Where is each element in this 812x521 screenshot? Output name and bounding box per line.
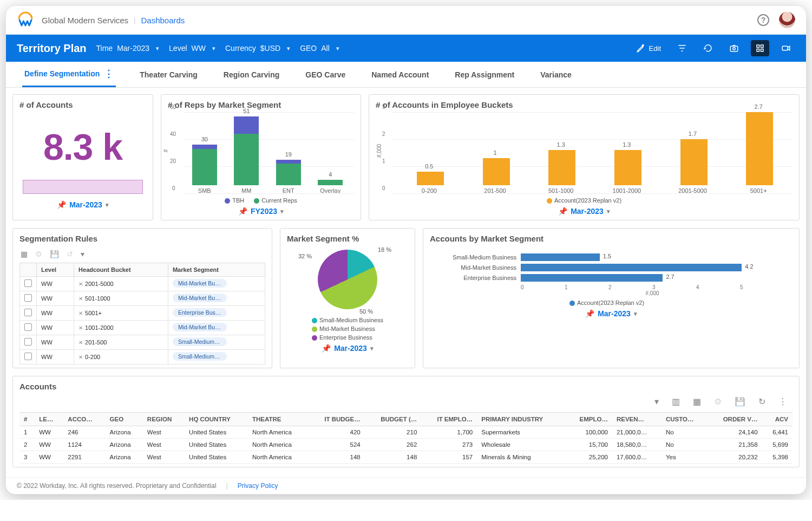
tab-variance[interactable]: Variance [538,62,574,87]
column-header[interactable]: LE… [35,413,63,426]
chevron-down-icon[interactable]: ▾ [336,45,339,52]
table-row[interactable]: WW✕2001-5000Mid-Market Busi… [20,277,265,291]
tab-named-account[interactable]: Named Account [369,62,431,87]
tab-theater-carving[interactable]: Theater Carving [137,62,200,87]
refresh-button[interactable] [699,40,717,56]
table-row[interactable]: WW✕0-200Small-Medium B… [20,350,265,364]
accounts-sparkline [23,174,143,194]
tab-region-carving[interactable]: Region Carving [221,62,281,87]
filter-value-level[interactable]: WW [192,44,206,53]
column-header[interactable]: HQ COUNTRY [185,413,248,426]
undo-icon[interactable]: ↺ [67,250,73,258]
settings-icon[interactable]: ⚙ [714,396,722,407]
column-header[interactable]: IT BUDGE… [309,413,365,426]
save-icon[interactable]: 💾 [50,250,59,258]
column-header[interactable]: ACCO… [63,413,105,426]
pin-icon[interactable]: 📌 [558,207,567,216]
remove-icon[interactable]: ✕ [78,354,83,360]
segment-chip[interactable]: Mid-Market Busi… [173,279,227,288]
tab-define-segmentation[interactable]: Define Segmentation⋮ [22,62,116,87]
grid-view-button[interactable] [751,40,769,56]
column-header[interactable]: REGION [143,413,185,426]
chevron-down-icon[interactable]: ▾ [212,45,215,52]
table-row[interactable]: 3WW2291ArizonaWestUnited StatesNorth Ame… [19,451,793,464]
checkbox[interactable] [24,338,32,346]
segment-chip[interactable]: Enterprise Busin… [173,308,227,317]
svg-rect-3 [761,45,764,48]
view-icon[interactable]: ▦ [21,250,28,258]
filter-icon[interactable]: ▾ [81,250,84,258]
card-title: # of Reps by Market Segment [168,100,354,109]
help-icon[interactable]: ? [757,14,769,26]
page-title: Territory Plan [17,42,87,55]
column-header[interactable]: ORDER V… [708,413,762,426]
privacy-link[interactable]: Privacy Policy [238,482,278,490]
tab-rep-assignment[interactable]: Rep Assignment [453,62,516,87]
column-header[interactable]: EMPLO… [566,413,612,426]
filter-value-currency[interactable]: $USD [260,44,280,53]
tab-geo-carve[interactable]: GEO Carve [303,62,348,87]
filter-icon[interactable]: ▾ [654,396,659,407]
segment-chip[interactable]: Mid-Market Busi… [173,294,227,302]
filter-icon [677,43,687,53]
remove-icon[interactable]: ✕ [78,310,83,316]
filter-value-time[interactable]: Mar-2023 [117,44,149,53]
segment-chip[interactable]: Mid-Market Busi… [173,323,227,331]
columns-icon[interactable]: ▥ [672,396,680,407]
segment-chip[interactable]: Small-Medium B… [173,337,227,346]
chevron-down-icon[interactable]: ▾ [287,45,290,52]
column-header[interactable]: # [19,413,35,426]
remove-icon[interactable]: ✕ [78,340,83,346]
chevron-down-icon[interactable]: ▾ [634,310,637,317]
column-header[interactable]: ACV [762,413,793,426]
column-header[interactable]: THEATRE [248,413,309,426]
settings-icon[interactable]: ⚙ [35,250,42,258]
edit-button[interactable]: Edit [632,40,665,56]
remove-icon[interactable]: ✕ [78,281,83,287]
pin-icon[interactable]: 📌 [585,309,594,318]
checkbox[interactable] [24,309,32,316]
tab-bar: Define Segmentation⋮ Theater Carving Reg… [6,62,806,88]
chevron-down-icon[interactable]: ▾ [156,45,159,52]
pin-icon[interactable]: 📌 [238,207,247,216]
chevron-down-icon[interactable]: ▾ [607,208,610,215]
column-header[interactable]: PRIMARY INDUSTRY [477,413,566,426]
column-header[interactable]: CUSTO… [662,413,708,426]
table-row[interactable]: WW✕5001+Enterprise Busin… [20,306,265,321]
table-row[interactable]: WW✕201-500Small-Medium B… [20,335,265,350]
save-icon[interactable]: 💾 [735,396,745,407]
column-header[interactable]: REVEN… [612,413,662,426]
present-button[interactable] [777,40,795,56]
checkbox[interactable] [24,323,32,331]
filter-value-geo[interactable]: All [321,44,330,53]
avatar[interactable] [779,12,795,28]
column-header[interactable]: GEO [106,413,143,426]
view-icon[interactable]: ▦ [693,396,701,407]
breadcrumb-link[interactable]: Dashboards [141,16,185,25]
pin-icon[interactable]: 📌 [57,200,66,209]
workday-logo-icon [17,11,34,29]
card-title: Accounts [19,382,793,391]
table-row[interactable]: 1WW246ArizonaWestUnited StatesNorth Amer… [19,426,793,439]
table-row[interactable]: WW✕1001-2000Mid-Market Busi… [20,321,265,335]
remove-icon[interactable]: ✕ [78,296,83,302]
segment-chip[interactable]: Small-Medium B… [173,352,227,361]
chevron-down-icon[interactable]: ▾ [280,208,284,215]
chevron-down-icon[interactable]: ▾ [370,345,374,352]
checkbox[interactable] [24,294,32,302]
svg-rect-6 [782,46,788,50]
table-row[interactable]: WW✕501-1000Mid-Market Busi… [20,291,265,306]
pin-icon[interactable]: 📌 [322,344,331,353]
filter-button[interactable] [673,40,691,56]
camera-button[interactable] [725,40,743,56]
chevron-down-icon[interactable]: ▾ [106,201,109,209]
page-header-bar: Territory Plan Time Mar-2023▾ Level WW▾ … [6,35,806,62]
checkbox[interactable] [24,279,32,287]
table-row[interactable]: 2WW1124ArizonaWestUnited StatesNorth Ame… [19,439,793,451]
more-icon[interactable]: ⋮ [778,396,787,407]
refresh-icon[interactable]: ↻ [758,396,765,407]
remove-icon[interactable]: ✕ [78,325,83,331]
column-header[interactable]: BUDGET (… [365,413,422,426]
column-header[interactable]: IT EMPLO… [421,413,477,426]
checkbox[interactable] [24,353,32,360]
